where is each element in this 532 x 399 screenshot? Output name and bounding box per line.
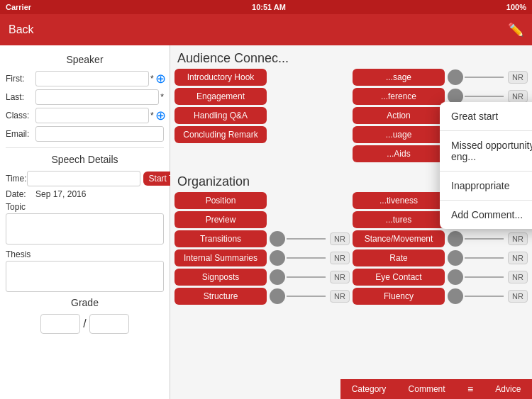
stance-movement-slider[interactable] (445, 231, 508, 247)
fluency-slider[interactable] (445, 288, 508, 304)
audience-row-0: Introductory Hook (174, 69, 350, 86)
last-required: * (160, 92, 164, 102)
tiveness-button[interactable]: ...tiveness (353, 192, 445, 209)
email-label: Email: (6, 129, 35, 139)
email-row: Email: (6, 126, 164, 142)
eye-contact-nr-badge: NR (508, 271, 528, 283)
edit-icon[interactable]: ✏️ (508, 22, 523, 38)
class-row: Class: * ⊕ (6, 108, 164, 123)
first-required: * (150, 74, 154, 84)
org-row-structure: Structure NR (174, 288, 350, 305)
tures-button[interactable]: ...tures (353, 211, 445, 228)
thesis-textarea[interactable] (6, 261, 164, 292)
transitions-slider-dot (270, 231, 285, 247)
sage-slider-dot (448, 69, 463, 85)
rate-slider-line (465, 257, 504, 259)
signposts-nr-badge: NR (330, 271, 350, 283)
fluency-button[interactable]: Fluency (353, 288, 445, 305)
rate-slider[interactable] (445, 250, 508, 266)
stance-movement-slider-line (465, 238, 504, 240)
audience-title: Audience Connec... (170, 45, 532, 69)
speaker-title: Speaker (6, 54, 164, 65)
stance-movement-button[interactable]: Stance/Movement (353, 230, 445, 247)
eye-contact-slider-dot (448, 269, 463, 285)
thesis-label: Thesis (6, 249, 164, 259)
ference-button[interactable]: ...ference (353, 88, 445, 105)
introductory-hook-button[interactable]: Introductory Hook (174, 69, 267, 86)
grade-row: / (6, 314, 164, 334)
sage-button[interactable]: ...sage (353, 69, 445, 86)
context-popover: Great start Missed opportunity to eng...… (440, 102, 532, 229)
transitions-slider[interactable] (267, 231, 330, 247)
popover-item-3[interactable]: Add Comment... (440, 201, 532, 229)
fluency-slider-line (465, 296, 504, 297)
internal-summaries-nr-badge: NR (330, 252, 350, 264)
time-row: Time: Start Timer (6, 171, 164, 186)
ference-slider-line (465, 96, 504, 97)
audience-row-1: Engagement (174, 88, 350, 105)
internal-summaries-slider-line (287, 257, 326, 259)
popover-item-0[interactable]: Great start (440, 102, 532, 131)
concluding-remark-button[interactable]: Concluding Remark (174, 126, 267, 143)
speech-details-title: Speech Details (6, 154, 164, 165)
transitions-nr-badge: NR (330, 232, 350, 245)
first-label: First: (6, 74, 35, 84)
popover-item-2[interactable]: Inappropriate (440, 172, 532, 201)
class-required: * (150, 111, 154, 120)
time-input[interactable] (27, 171, 140, 186)
first-input[interactable] (35, 71, 149, 86)
last-row: Last: * (6, 89, 164, 105)
grade-title: Grade (6, 297, 164, 308)
class-add-button[interactable]: ⊕ (155, 108, 166, 123)
engagement-button[interactable]: Engagement (174, 88, 267, 105)
audience-left-col: Introductory Hook Engagement Handling Q&… (174, 69, 350, 164)
last-label: Last: (6, 92, 35, 102)
popover-item-1[interactable]: Missed opportunity to eng... (440, 131, 532, 172)
time-label-field: Time: (6, 174, 27, 184)
menu-icon[interactable]: ≡ (467, 383, 473, 395)
grade-numerator-input[interactable] (40, 314, 80, 334)
topic-textarea[interactable] (6, 213, 164, 245)
last-input[interactable] (35, 89, 159, 105)
class-input[interactable] (35, 108, 149, 123)
grade-denominator-input[interactable] (89, 314, 129, 334)
structure-slider-line (287, 296, 326, 297)
stance-movement-slider-dot (448, 231, 463, 247)
fluency-slider-dot (448, 288, 463, 304)
audience-right-row-0: ...sage NR (353, 69, 528, 86)
stance-movement-nr-badge: NR (508, 232, 528, 245)
internal-summaries-button[interactable]: Internal Summaries (174, 249, 267, 266)
structure-slider[interactable] (267, 288, 330, 304)
position-button[interactable]: Position (174, 192, 267, 209)
topic-label: Topic (6, 202, 164, 212)
carrier-label: Carrier (6, 3, 31, 11)
bottom-bar: Category Comment ≡ Advice (340, 379, 532, 399)
left-panel: Speaker First: * ⊕ Last: * Class: * ⊕ Em… (0, 45, 170, 399)
comment-label: Comment (409, 384, 445, 394)
eye-contact-slider[interactable] (445, 269, 508, 285)
preview-button[interactable]: Preview (174, 211, 267, 228)
rate-button[interactable]: Rate (353, 249, 445, 266)
back-button[interactable]: Back (9, 23, 34, 36)
internal-summaries-slider[interactable] (267, 250, 330, 266)
signposts-button[interactable]: Signposts (174, 269, 267, 286)
first-add-button[interactable]: ⊕ (155, 72, 166, 86)
advice-label: Advice (495, 384, 521, 394)
handling-qa-button[interactable]: Handling Q&A (174, 107, 267, 124)
org-right-row-5: Fluency NR (353, 288, 528, 305)
org-row-internal-summaries: Internal Summaries NR (174, 249, 350, 266)
class-label: Class: (6, 111, 35, 120)
org-row-preview: Preview (174, 211, 350, 228)
signposts-slider[interactable] (267, 269, 330, 285)
sage-slider[interactable] (445, 69, 508, 85)
email-input[interactable] (35, 126, 164, 142)
transitions-button[interactable]: Transitions (174, 230, 267, 247)
date-label-field: Date: (6, 189, 35, 199)
eye-contact-button[interactable]: Eye Contact (353, 269, 445, 286)
uage-button[interactable]: ...uage (353, 126, 445, 143)
structure-button[interactable]: Structure (174, 288, 267, 305)
eye-contact-slider-line (465, 276, 504, 278)
action-button[interactable]: Action (353, 107, 445, 124)
grade-section: Grade / (6, 297, 164, 334)
aids-button[interactable]: ...Aids (353, 145, 445, 162)
